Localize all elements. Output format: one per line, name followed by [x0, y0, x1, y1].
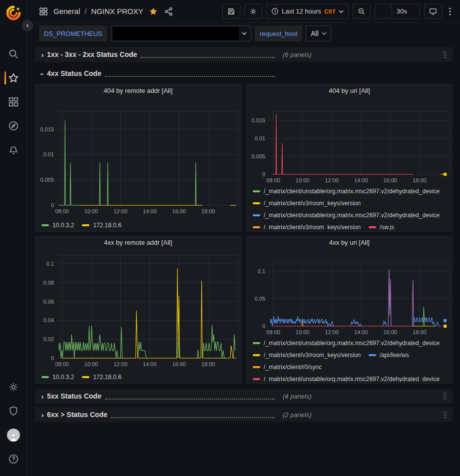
tv-mode-button[interactable] — [424, 4, 442, 19]
panel-legend: /_matrix/client/unstable/org.matrix.msc2… — [247, 334, 452, 382]
variable-value-request-host[interactable]: All — [306, 25, 331, 41]
legend-swatch-icon — [253, 378, 260, 380]
panel-title[interactable]: 404 by uri [All] — [247, 84, 452, 97]
row-toggle-1xx[interactable]: › 1xx - 3xx - 2xx Status Code — [38, 50, 277, 59]
sidebar-expand-button[interactable]: › — [22, 20, 33, 31]
legend-item[interactable]: 10.0.3.2 — [41, 371, 74, 383]
variable-label-ds-prometheus[interactable]: DS_PROMETHEUS — [39, 25, 107, 41]
legend-label: /_matrix/client/unstable/org.matrix.msc2… — [264, 212, 440, 219]
legend-swatch-icon — [253, 226, 260, 228]
svg-text:0.01: 0.01 — [255, 135, 266, 141]
legend-item[interactable]: /_matrix/client/v3/room_keys/version — [253, 221, 361, 230]
dashboards-grid-icon[interactable] — [38, 6, 49, 17]
refresh-interval-picker[interactable]: 30s — [392, 4, 420, 18]
share-icon[interactable] — [163, 6, 174, 17]
svg-text:0.005: 0.005 — [252, 153, 266, 159]
svg-text:14:00: 14:00 — [354, 177, 368, 182]
breadcrumb-section[interactable]: General — [53, 7, 80, 15]
legend-item[interactable]: /sw.js — [369, 221, 394, 230]
svg-text:10:00: 10:00 — [84, 208, 98, 214]
legend-item[interactable]: 172.18.0.6 — [82, 219, 121, 231]
grafana-logo[interactable] — [5, 5, 22, 22]
row-toggle-6xx[interactable]: › 6xx > Status Code — [38, 411, 277, 419]
svg-text:14:00: 14:00 — [354, 329, 368, 334]
legend-item[interactable]: /_matrix/client/unstable/org.matrix.msc2… — [253, 209, 440, 221]
svg-text:0.05: 0.05 — [255, 296, 266, 302]
legend-item[interactable]: /_matrix/client/r0/sync — [253, 361, 322, 373]
svg-text:12:00: 12:00 — [113, 361, 127, 367]
svg-text:0: 0 — [51, 202, 54, 208]
variable-label-request-host[interactable]: request_host — [255, 25, 302, 41]
sidebar-item-server-admin[interactable] — [3, 401, 23, 421]
toolbar-actions: Last 12 hours CST 30s — [222, 4, 454, 19]
save-dashboard-button[interactable] — [222, 4, 240, 19]
legend-item[interactable]: /_matrix/client/v3/room_keys/version — [253, 197, 361, 209]
time-series-chart[interactable]: 08:0010:0012:0014:0016:0018:0000.0050.01… — [247, 97, 452, 182]
panel-title[interactable]: 404 by remote addr [All] — [35, 84, 241, 97]
variable-value-ds-prometheus[interactable] — [111, 25, 251, 41]
timezone-label: CST — [324, 8, 336, 14]
legend-label: /_matrix/client/v3/room_keys/version — [264, 352, 361, 359]
legend-label: 10.0.3.2 — [52, 222, 74, 229]
dashboard-settings-button[interactable] — [244, 4, 262, 19]
time-range-picker[interactable]: Last 12 hours CST — [266, 4, 349, 19]
panel-legend: /_matrix/client/unstable/org.matrix.msc2… — [247, 182, 452, 230]
dashboard-canvas: › 1xx - 3xx - 2xx Status Code (6 panels)… — [27, 44, 460, 476]
legend-swatch-icon — [253, 342, 260, 344]
favorite-star-icon[interactable] — [148, 6, 159, 17]
svg-text:08:00: 08:00 — [55, 361, 69, 367]
row-toggle-4xx[interactable]: › 4xx Status Code — [38, 69, 277, 78]
panel-title[interactable]: 4xx by uri [All] — [247, 236, 452, 249]
sidebar-item-configuration[interactable] — [3, 377, 23, 397]
svg-text:10:00: 10:00 — [296, 329, 310, 334]
legend-item[interactable]: 10.0.3.2 — [41, 219, 74, 231]
avatar — [7, 429, 20, 442]
chevron-down-icon — [339, 10, 344, 13]
time-series-chart[interactable]: 08:0010:0012:0014:0016:0018:0000.0050.01… — [35, 97, 241, 216]
row-drag-handle[interactable] — [442, 391, 449, 403]
sidebar-item-explore[interactable] — [3, 116, 23, 136]
svg-text:16:00: 16:00 — [384, 329, 398, 334]
sidebar-item-dashboards[interactable] — [3, 92, 23, 112]
user-avatar[interactable] — [3, 425, 23, 445]
sidebar-item-starred[interactable] — [3, 68, 23, 88]
more-options-button[interactable] — [446, 5, 454, 17]
dashboard-title: NGINX PROXY — [91, 7, 143, 15]
row-1xx-3xx-2xx: › 1xx - 3xx - 2xx Status Code (6 panels) — [35, 47, 453, 62]
chevron-right-icon: › — [38, 411, 47, 419]
row-toggle-5xx[interactable]: › 5xx Status Code — [38, 392, 277, 401]
sidebar-item-alerting[interactable] — [3, 140, 23, 160]
svg-text:0: 0 — [262, 323, 265, 329]
chevron-down-icon — [322, 32, 327, 35]
svg-text:16:00: 16:00 — [172, 208, 186, 214]
zoom-out-time-button[interactable] — [353, 4, 371, 19]
refresh-button[interactable] — [375, 4, 392, 18]
legend-swatch-icon — [253, 366, 260, 368]
legend-item[interactable]: 172.18.0.6 — [82, 371, 121, 383]
legend-item[interactable]: /_matrix/client/unstable/org.matrix.msc2… — [253, 337, 440, 349]
panel-4xx-by-remote-addr-all: 4xx by remote addr [All]08:0010:0012:001… — [35, 236, 241, 384]
time-series-chart[interactable]: 08:0010:0012:0014:0016:0018:0000.020.040… — [35, 249, 241, 368]
svg-text:0.1: 0.1 — [258, 268, 265, 274]
svg-text:0.02: 0.02 — [43, 336, 54, 342]
legend-swatch-icon — [369, 226, 376, 228]
legend-item[interactable]: /_matrix/client/unstable/org.matrix.msc2… — [253, 185, 440, 197]
gear-icon — [249, 7, 257, 15]
svg-text:0.04: 0.04 — [43, 317, 54, 323]
help-icon[interactable] — [3, 449, 23, 469]
legend-item[interactable]: /_matrix/client/v3/room_keys/version — [253, 349, 361, 361]
row-drag-handle[interactable] — [442, 410, 449, 421]
svg-text:18:00: 18:00 — [201, 361, 215, 367]
row-drag-handle[interactable] — [442, 49, 449, 61]
legend-label: 10.0.3.2 — [52, 374, 74, 381]
legend-label: /_matrix/client/v3/room_keys/version — [264, 200, 361, 207]
row-title: 1xx - 3xx - 2xx Status Code — [47, 50, 137, 58]
legend-item[interactable]: /api/live/ws — [369, 349, 409, 361]
legend-swatch-icon — [41, 224, 49, 226]
time-series-chart[interactable]: 08:0010:0012:0014:0016:0018:0000.050.1 — [247, 249, 452, 334]
svg-text:08:00: 08:00 — [266, 329, 280, 334]
search-icon[interactable] — [3, 44, 23, 64]
row-panel-count: (6 panels) — [283, 51, 312, 58]
panel-title[interactable]: 4xx by remote addr [All] — [35, 236, 241, 249]
legend-item[interactable]: /_matrix/client/unstable/org.matrix.msc2… — [253, 373, 440, 382]
